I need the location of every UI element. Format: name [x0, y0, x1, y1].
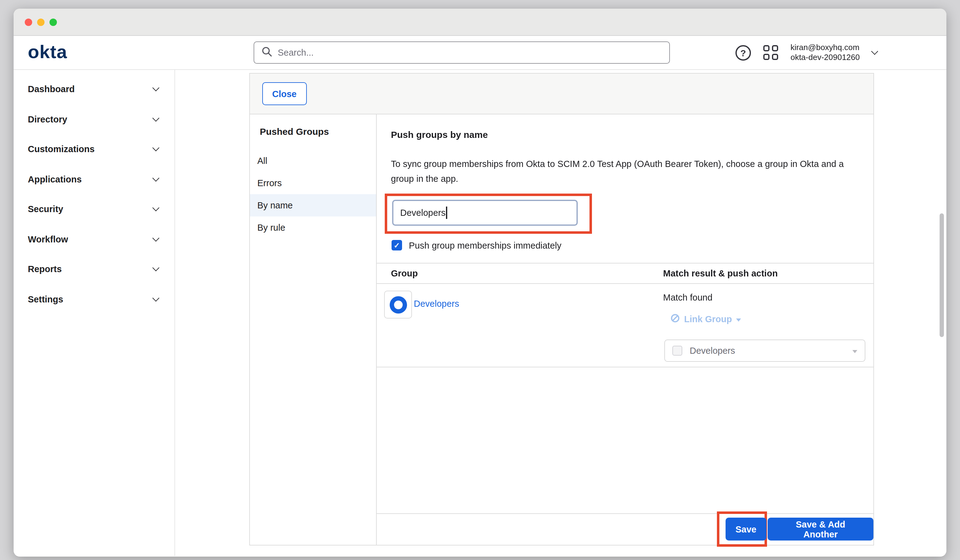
sidebar-item-dashboard[interactable]: Dashboard	[14, 74, 174, 104]
sidebar-item-label: Applications	[28, 174, 82, 184]
detail-description: To sync group memberships from Okta to S…	[391, 157, 850, 186]
panel-body: Pushed Groups All Errors By name By rule…	[250, 114, 874, 546]
push-groups-panel: Close Pushed Groups All Errors By name B…	[249, 73, 874, 546]
push-immediately-label: Push group memberships immediately	[409, 240, 562, 250]
main-content: Close Pushed Groups All Errors By name B…	[175, 70, 946, 556]
close-window-traffic-light[interactable]	[25, 18, 32, 26]
match-group-select[interactable]: Developers	[664, 339, 866, 362]
sidebar-item-label: Reports	[28, 264, 62, 274]
account-chevron-down-icon[interactable]	[871, 48, 878, 55]
sidebar-item-applications[interactable]: Applications	[14, 164, 174, 194]
sidebar-item-customizations[interactable]: Customizations	[14, 134, 174, 164]
sidebar-nav: Dashboard Directory Customizations Appli…	[14, 70, 175, 556]
text-caret	[446, 206, 447, 219]
group-name-link[interactable]: Developers	[414, 299, 459, 309]
chevron-down-icon	[152, 264, 160, 272]
sidebar-item-workflow[interactable]: Workflow	[14, 224, 174, 254]
sidebar-item-label: Workflow	[28, 234, 68, 244]
okta-group-icon	[389, 296, 407, 313]
subnav-item-by-name[interactable]: By name	[250, 194, 376, 216]
chevron-down-icon	[152, 234, 160, 242]
group-name-input-value: Developers	[400, 208, 446, 218]
chevron-down-icon	[152, 294, 160, 301]
help-icon[interactable]: ?	[736, 45, 751, 60]
table-row-divider	[377, 367, 874, 367]
column-header-group: Group	[391, 269, 418, 278]
push-immediately-checkbox[interactable]: ✓	[392, 240, 402, 250]
link-group-label: Link Group	[684, 314, 732, 324]
window-titlebar	[14, 9, 946, 36]
sidebar-item-label: Directory	[28, 114, 67, 124]
link-group-caret-down-icon	[736, 318, 741, 321]
scrollbar-thumb[interactable]	[939, 213, 944, 337]
subnav-item-by-rule[interactable]: By rule	[250, 216, 376, 239]
chevron-down-icon	[152, 85, 160, 91]
account-info[interactable]: kiran@boxyhq.com okta-dev-20901260	[790, 43, 860, 62]
apps-grid-icon[interactable]	[763, 45, 778, 60]
detail-title: Push groups by name	[391, 129, 488, 140]
zoom-window-traffic-light[interactable]	[50, 18, 57, 26]
minimize-window-traffic-light[interactable]	[37, 18, 45, 26]
sidebar-item-security[interactable]: Security	[14, 194, 174, 224]
sidebar-item-label: Dashboard	[28, 85, 75, 94]
sidebar-item-label: Customizations	[28, 144, 94, 154]
group-avatar	[384, 291, 412, 318]
subnav-title: Pushed Groups	[260, 126, 376, 137]
chevron-down-icon	[152, 174, 160, 181]
browser-window: okta ? kiran@boxyhq.com okta-dev-2090126…	[14, 9, 946, 557]
save-button[interactable]: Save	[726, 518, 766, 541]
account-org: okta-dev-20901260	[790, 53, 860, 62]
pushed-groups-subnav: Pushed Groups All Errors By name By rule	[250, 114, 376, 546]
topbar-right-cluster: ? kiran@boxyhq.com okta-dev-20901260	[736, 36, 946, 69]
match-result-text: Match found	[663, 293, 713, 302]
select-caret-down-icon	[852, 350, 857, 353]
subnav-item-all[interactable]: All	[250, 150, 376, 172]
match-table-header: Group Match result & push action	[377, 263, 874, 284]
okta-logo: okta	[28, 42, 67, 62]
app-topbar: okta ? kiran@boxyhq.com okta-dev-2090126…	[14, 36, 946, 70]
sidebar-item-directory[interactable]: Directory	[14, 104, 174, 134]
global-search[interactable]	[254, 42, 670, 64]
match-group-select-value: Developers	[690, 346, 735, 355]
group-name-input[interactable]: Developers	[392, 200, 578, 226]
column-header-match: Match result & push action	[663, 269, 778, 278]
link-group-icon	[670, 314, 680, 325]
desktop: okta ? kiran@boxyhq.com okta-dev-2090126…	[0, 0, 960, 560]
app-body: Dashboard Directory Customizations Appli…	[14, 70, 946, 556]
sidebar-item-reports[interactable]: Reports	[14, 254, 174, 284]
sidebar-item-label: Security	[28, 205, 63, 214]
panel-toolbar: Close	[250, 74, 874, 114]
search-icon	[262, 46, 272, 59]
close-button[interactable]: Close	[262, 82, 307, 105]
save-add-another-button[interactable]: Save & Add Another	[768, 518, 874, 541]
account-email: kiran@boxyhq.com	[790, 43, 860, 53]
chevron-down-icon	[152, 114, 160, 122]
subnav-item-errors[interactable]: Errors	[250, 172, 376, 194]
sidebar-item-label: Settings	[28, 294, 63, 304]
link-group-dropdown[interactable]: Link Group	[670, 314, 741, 325]
select-checkbox-icon	[672, 346, 682, 355]
chevron-down-icon	[152, 205, 160, 211]
footer-divider	[377, 513, 874, 514]
search-input[interactable]	[278, 48, 662, 58]
sidebar-item-settings[interactable]: Settings	[14, 284, 174, 314]
push-immediately-row: ✓ Push group memberships immediately	[392, 240, 562, 250]
chevron-down-icon	[152, 144, 160, 152]
push-by-name-detail: Push groups by name To sync group member…	[376, 114, 874, 546]
